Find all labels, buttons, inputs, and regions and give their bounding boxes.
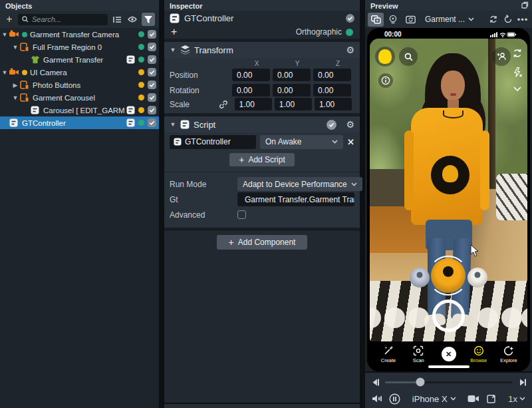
rotation-x-input[interactable]: 0.00 [232, 84, 270, 97]
enabled-checkbox[interactable] [148, 81, 156, 89]
nav-explore[interactable]: Explore [495, 345, 522, 371]
camera-viewport[interactable] [370, 39, 527, 341]
add-component-button[interactable]: + Add Component [217, 235, 308, 250]
garment-option-grey[interactable] [410, 268, 430, 288]
chevron-down-icon[interactable]: ▼ [0, 69, 9, 76]
step-forward-icon[interactable] [517, 378, 527, 387]
nav-browse[interactable]: Browse [466, 345, 492, 371]
gear-icon[interactable]: ⚙ [346, 45, 354, 55]
lens-item[interactable] [501, 307, 522, 328]
pause-icon[interactable] [389, 393, 400, 405]
eye-icon[interactable] [126, 13, 138, 26]
script-event-dropdown[interactable]: On Awake [260, 135, 343, 149]
enabled-checkbox[interactable] [148, 55, 156, 64]
script-badge-icon [126, 118, 135, 127]
scale-y-input[interactable]: 1.00 [275, 98, 312, 110]
capture-button[interactable] [432, 300, 465, 332]
screenshot-icon[interactable] [486, 394, 496, 404]
close-icon[interactable]: ✕ [442, 347, 456, 361]
lens-item[interactable] [370, 307, 381, 328]
chevron-down-icon[interactable] [513, 87, 521, 91]
chevron-right-icon[interactable]: ▶ [11, 82, 20, 89]
preview-mode-icon[interactable] [368, 13, 384, 27]
step-back-icon[interactable] [370, 378, 380, 387]
link-scale-icon[interactable] [219, 100, 232, 109]
info-icon[interactable] [378, 73, 393, 88]
lens-selector-dropdown[interactable]: Garment ... [425, 15, 474, 24]
tree-row-garment-transfer[interactable]: Garment Transfer [0, 53, 159, 66]
enabled-checkbox[interactable] [148, 118, 156, 127]
panel-divider[interactable] [164, 403, 360, 408]
script-asset-field[interactable]: GTController [170, 135, 256, 149]
advanced-checkbox[interactable] [237, 210, 246, 219]
chevron-down-icon[interactable]: ▼ [11, 95, 20, 101]
zoom-dropdown[interactable]: 1x [508, 394, 525, 404]
rotation-z-input[interactable]: 0.00 [313, 84, 351, 97]
object-enabled-checkbox[interactable] [346, 14, 354, 23]
slider-knob[interactable] [416, 378, 425, 387]
tree-row-gtcontroller[interactable]: GTController [0, 116, 159, 129]
script-badge-icon [126, 106, 135, 114]
enabled-checkbox[interactable] [148, 106, 156, 114]
device-dropdown[interactable]: iPhone X [412, 394, 456, 404]
gt-object-field[interactable]: Garment Transfer.Garment Trans [237, 192, 354, 206]
lens-studio-window: Objects + Search... ▼ [0, 0, 532, 408]
record-video-icon[interactable] [467, 395, 479, 403]
lens-item[interactable] [477, 307, 498, 328]
chevron-down-icon[interactable]: ▼ [170, 121, 176, 128]
popout-panel-icon[interactable] [521, 1, 529, 9]
add-script-button[interactable]: + Add Script [229, 153, 295, 166]
position-y-input[interactable]: 0.00 [273, 69, 311, 81]
add-friend-icon[interactable] [492, 47, 511, 66]
device-simulation-icon[interactable] [402, 13, 418, 27]
profile-avatar[interactable] [375, 47, 395, 67]
scale-z-input[interactable]: 1.00 [315, 98, 352, 110]
enabled-checkbox[interactable] [148, 68, 156, 77]
flash-off-icon[interactable] [513, 67, 522, 78]
garment-option-white[interactable] [467, 268, 487, 288]
tree-row-ui-camera[interactable]: ▼ UI Camera [0, 66, 159, 79]
tree-row-carousel-script[interactable]: Carousel [ EDIT_GARM [0, 104, 159, 116]
gear-icon[interactable]: ⚙ [346, 120, 354, 129]
position-z-input[interactable]: 0.00 [313, 69, 351, 81]
rotation-y-input[interactable]: 0.00 [273, 84, 311, 97]
tree-row-garment-transfer-camera[interactable]: ▼ Garment Transfer Camera [0, 28, 159, 41]
gt-object-value: Garment Transfer.Garment Trans [245, 195, 354, 204]
search-input[interactable]: Search... [18, 14, 108, 25]
filter-icon[interactable] [142, 13, 155, 26]
transform-section-header[interactable]: ▼ Transform ⚙ [164, 42, 360, 58]
nav-create[interactable]: Create [375, 345, 402, 371]
enabled-checkbox[interactable] [148, 93, 156, 102]
tree-row-garment-carousel[interactable]: ▼ Garment Carousel [0, 91, 159, 104]
script-enabled-checkbox[interactable] [327, 120, 336, 130]
remove-script-icon[interactable]: ✕ [347, 137, 354, 147]
add-object-button[interactable]: + [4, 13, 15, 26]
timeline-slider[interactable] [385, 381, 512, 383]
chevron-down-icon[interactable]: ▼ [0, 31, 9, 38]
more-options-icon[interactable]: ••• [516, 13, 529, 26]
projection-status-dot[interactable] [346, 29, 353, 36]
search-icon[interactable] [399, 47, 418, 66]
reload-lens-icon[interactable] [487, 13, 500, 26]
reset-preview-icon[interactable] [501, 13, 515, 26]
lens-item[interactable] [408, 307, 429, 328]
lens-item[interactable] [384, 307, 405, 328]
audio-icon[interactable] [372, 394, 382, 403]
hierarchy-icon[interactable] [111, 13, 123, 26]
add-component-plus-icon[interactable]: + [171, 26, 177, 38]
flip-camera-icon[interactable] [512, 48, 523, 59]
chevron-down-icon[interactable]: ▼ [11, 44, 20, 51]
chevron-down-icon[interactable]: ▼ [170, 47, 176, 53]
enabled-checkbox[interactable] [148, 43, 156, 51]
enabled-checkbox[interactable] [148, 30, 156, 39]
tree-row-photo-buttons[interactable]: ▶ Photo Buttons [0, 79, 159, 91]
garment-option-yellow-selected[interactable] [431, 258, 466, 293]
webcam-mode-icon[interactable] [385, 13, 401, 27]
scale-x-input[interactable]: 1.00 [235, 98, 272, 110]
screen-region-icon [20, 43, 30, 51]
position-x-input[interactable]: 0.00 [232, 69, 270, 81]
script-section-header[interactable]: ▼ Script ⚙ [164, 116, 360, 132]
tree-row-full-frame-region[interactable]: ▼ Full Frame Region 0 [0, 41, 159, 53]
run-mode-dropdown[interactable]: Adapt to Device Performance [237, 177, 362, 191]
lens-item[interactable] [521, 307, 527, 328]
